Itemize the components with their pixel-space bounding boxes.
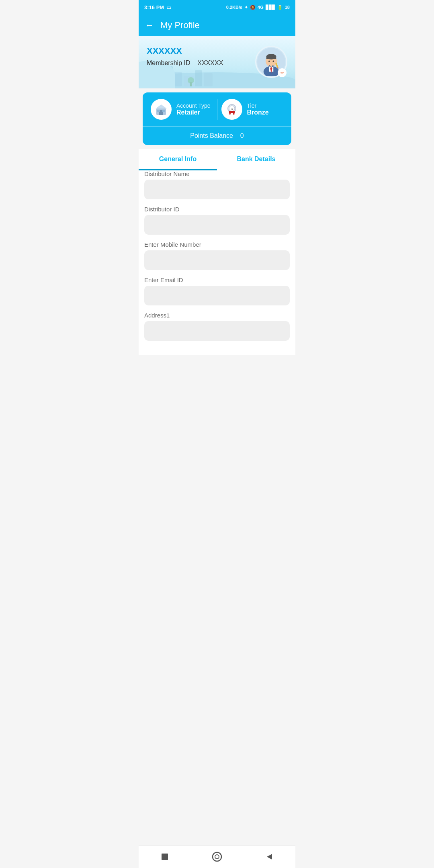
account-type-value: Retailer [176, 109, 211, 116]
svg-rect-2 [156, 74, 164, 86]
tier-icon-circle: ★ [221, 99, 242, 120]
battery-level: 18 [285, 5, 290, 10]
signal-icon: 4G [258, 5, 264, 10]
mobile-number-label: Enter Mobile Number [144, 241, 290, 248]
svg-point-21 [273, 61, 274, 62]
svg-point-8 [160, 79, 165, 84]
distributor-id-input[interactable] [144, 215, 290, 235]
bars-icon: ▊▊▊ [266, 5, 275, 10]
svg-rect-29 [157, 110, 160, 112]
mobile-number-field: Enter Mobile Number [144, 241, 290, 270]
address1-label: Address1 [144, 312, 290, 319]
svg-point-20 [268, 61, 270, 62]
banner-decoration [143, 64, 215, 86]
email-id-input[interactable] [144, 286, 290, 305]
status-time: 3:16 PM ▭ [144, 4, 171, 10]
svg-rect-3 [167, 66, 173, 86]
svg-rect-11 [190, 82, 192, 86]
svg-marker-27 [156, 104, 167, 108]
membership-label: Membership ID [147, 59, 190, 66]
account-type-text: Account Type Retailer [176, 102, 211, 116]
distributor-name-label: Distributor Name [144, 170, 290, 177]
svg-rect-4 [174, 72, 182, 86]
tab-bank-details[interactable]: Bank Details [217, 149, 295, 170]
tier-icon: ★ [225, 103, 238, 116]
tier-section: ★ Tier Bronze [217, 99, 288, 120]
time-display: 3:16 PM [144, 4, 164, 10]
svg-rect-19 [266, 56, 276, 59]
account-type-label: Account Type [176, 102, 211, 109]
svg-rect-36 [229, 111, 235, 113]
svg-rect-6 [195, 70, 202, 86]
distributor-name-field: Distributor Name [144, 170, 290, 199]
svg-rect-30 [162, 110, 165, 112]
profile-name: XXXXXX [147, 46, 223, 56]
svg-rect-0 [147, 70, 154, 86]
edit-badge[interactable]: ✏ [278, 68, 287, 77]
store-icon [155, 103, 168, 116]
email-id-label: Enter Email ID [144, 276, 290, 283]
profile-avatar-container: ✏ [255, 46, 287, 78]
address1-field: Address1 [144, 312, 290, 341]
tab-general-info[interactable]: General Info [139, 149, 217, 170]
tier-label: Tier [247, 102, 269, 109]
form-section: Distributor Name Distributor ID Enter Mo… [139, 170, 295, 355]
points-value: 0 [240, 132, 244, 139]
email-id-field: Enter Email ID [144, 276, 290, 305]
screen-icon: ▭ [166, 4, 171, 10]
svg-text:★: ★ [230, 107, 233, 111]
points-balance-section: Points Balance 0 [143, 126, 291, 145]
membership-id: XXXXXX [197, 59, 223, 66]
points-label: Points Balance [190, 132, 233, 139]
tier-value: Bronze [247, 109, 269, 116]
bluetooth-icon: ✦ [244, 5, 248, 10]
info-card: Account Type Retailer ★ [143, 92, 291, 145]
edit-icon: ✏ [280, 70, 284, 76]
svg-rect-1 [148, 68, 152, 72]
header: ← My Profile [139, 14, 295, 36]
profile-banner: XXXXXX Membership ID XXXXXX [139, 36, 295, 88]
svg-rect-9 [162, 82, 164, 86]
distributor-id-field: Distributor ID [144, 206, 290, 235]
account-type-icon-circle [151, 99, 172, 120]
network-speed: 0.2KB/s [226, 5, 242, 10]
profile-membership: Membership ID XXXXXX [147, 59, 223, 67]
account-type-section: Account Type Retailer [147, 99, 217, 120]
mute-icon: 🔕 [250, 5, 256, 10]
status-bar: 3:16 PM ▭ 0.2KB/s ✦ 🔕 4G ▊▊▊ 🔋 18 [139, 0, 295, 14]
back-button[interactable]: ← [145, 20, 154, 31]
mobile-number-input[interactable] [144, 250, 290, 270]
svg-rect-7 [204, 73, 213, 86]
profile-info: XXXXXX Membership ID XXXXXX [147, 46, 223, 67]
address1-input[interactable] [144, 321, 290, 341]
battery-icon: 🔋 [277, 5, 283, 10]
info-card-top: Account Type Retailer ★ [143, 92, 291, 126]
tabs: General Info Bank Details [139, 149, 295, 170]
tier-text: Tier Bronze [247, 102, 269, 116]
page-title: My Profile [160, 20, 200, 31]
distributor-name-input[interactable] [144, 180, 290, 199]
status-icons: 0.2KB/s ✦ 🔕 4G ▊▊▊ 🔋 18 [226, 5, 290, 10]
distributor-id-label: Distributor ID [144, 206, 290, 213]
